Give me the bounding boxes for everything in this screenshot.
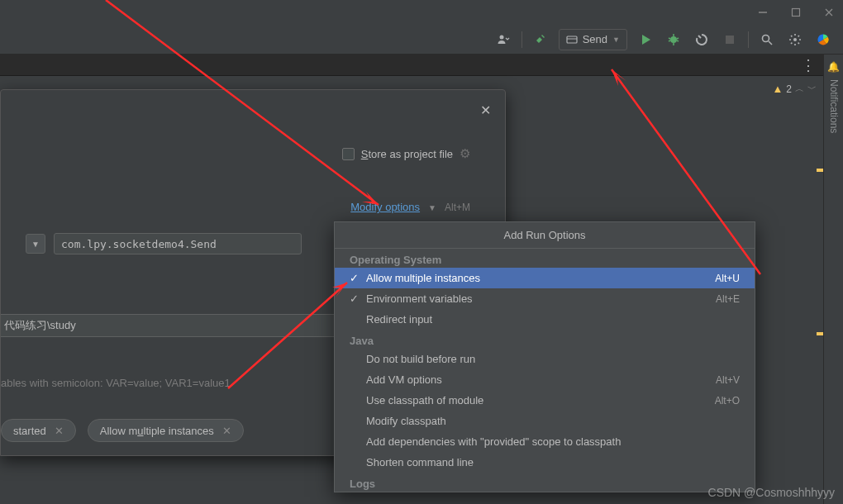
modify-options-shortcut: Alt+M [445,202,470,213]
chip-allow-multiple[interactable]: Allow multiple instances ✕ [88,419,244,442]
popup-item-label: Do not build before run [350,353,740,365]
module-selector-caret[interactable]: ▼ [26,234,45,254]
popup-item-use-classpath[interactable]: Use classpath of module Alt+O [335,390,755,411]
notifications-bell-icon[interactable]: 🔔 [827,61,840,73]
store-project-checkbox[interactable] [342,148,355,160]
window-maximize-button[interactable] [788,5,803,20]
more-actions-icon[interactable]: ⋮ [801,56,815,74]
user-dropdown-icon[interactable] [493,30,513,50]
svg-point-17 [793,38,797,41]
main-toolbar: Send ▼ [0,25,843,55]
chip-remove-icon[interactable]: ✕ [55,425,64,437]
popup-item-label: Modify classpath [350,415,740,427]
popup-item-shortcut: Alt+U [715,273,740,284]
popup-item-allow-multiple[interactable]: ✓ Allow multiple instances Alt+U [335,268,755,288]
inspection-summary[interactable]: ▲ 2 ︿ ﹀ [772,83,817,95]
svg-line-13 [677,40,679,41]
svg-line-12 [669,40,670,41]
check-icon: ✓ [350,292,366,305]
watermark: CSDN @Cosmoshhhyyy [708,486,835,499]
popup-item-label: Environment variables [366,292,716,305]
popup-item-shorten-cmd[interactable]: Shorten command line [335,452,755,473]
run-config-icon [566,34,578,45]
toolbar-separator [522,31,522,48]
popup-item-no-build[interactable]: Do not build before run [335,349,755,369]
window-minimize-button[interactable] [755,5,770,20]
svg-rect-14 [726,36,734,44]
popup-section-os: Operating System [335,249,755,268]
chip-remove-icon[interactable]: ✕ [222,425,231,437]
popup-item-redirect-input[interactable]: Redirect input [335,309,755,330]
gutter-mark[interactable] [817,332,823,335]
window-titlebar [0,0,843,25]
popup-item-shortcut: Alt+V [716,374,740,386]
popup-item-env-vars[interactable]: ✓ Environment variables Alt+E [335,288,755,309]
editor-tab-strip: ⋮ [0,55,823,76]
popup-item-modify-classpath[interactable]: Modify classpath [335,411,755,431]
svg-line-16 [769,41,772,45]
store-as-project-row: Store as project file ⚙ [1,146,485,161]
close-icon[interactable]: ✕ [477,102,493,118]
add-run-options-popup: Add Run Options Operating System ✓ Allow… [334,221,755,492]
popup-item-provided-scope[interactable]: Add dependencies with "provided" scope t… [335,431,755,452]
toolbar-separator [748,31,749,48]
build-hammer-icon[interactable] [531,30,550,50]
chevron-down-icon: ▼ [428,203,436,212]
run-button[interactable] [636,30,655,50]
svg-point-4 [499,35,503,39]
svg-point-7 [670,36,677,43]
popup-section-logs: Logs [335,473,755,492]
window-close-button[interactable] [822,5,836,20]
modify-options-row: Modify options ▼ Alt+M [1,201,485,213]
stop-button[interactable] [720,30,740,50]
gutter-mark[interactable] [817,169,823,172]
store-project-gear-icon[interactable]: ⚙ [460,146,470,161]
popup-item-shortcut: Alt+O [715,395,740,407]
popup-item-label: Redirect input [366,313,740,326]
run-config-label: Send [583,33,607,45]
search-icon[interactable] [757,30,777,50]
popup-section-java: Java [335,330,755,349]
svg-point-15 [763,35,769,41]
debug-button[interactable] [664,30,683,50]
popup-item-label: Use classpath of module [350,394,715,407]
prev-highlight-icon[interactable]: ﹀ [807,83,817,95]
svg-line-10 [669,38,670,39]
popup-item-vm-options[interactable]: Add VM options Alt+V [335,369,755,390]
modify-options-link[interactable]: Modify options [350,201,420,213]
chip-label: started [13,425,46,437]
notifications-label[interactable]: Notifications [828,79,840,133]
caret-down-icon: ▼ [612,36,620,44]
run-config-selector[interactable]: Send ▼ [559,29,627,50]
chip-started[interactable]: started ✕ [1,419,76,442]
coverage-button[interactable] [692,30,712,50]
popup-item-label: Shorten command line [350,456,740,468]
brand-icon[interactable] [813,30,833,50]
check-icon: ✓ [350,272,366,284]
chip-label: Allow multiple instances [100,425,214,437]
popup-title: Add Run Options [335,222,755,249]
warning-icon: ▲ [772,83,783,95]
popup-item-label: Add dependencies with "provided" scope t… [350,435,740,448]
next-highlight-icon[interactable]: ︿ [795,83,804,95]
right-gutter: 🔔 Notifications [823,55,843,504]
svg-line-11 [677,38,679,39]
main-class-field[interactable]: com.lpy.socketdemo4.Send [54,233,302,254]
svg-rect-5 [567,36,577,43]
settings-gear-icon[interactable] [785,30,805,50]
svg-rect-1 [793,9,800,17]
store-project-label: Store as project file [361,148,453,160]
popup-item-label: Allow multiple instances [366,272,715,284]
popup-item-label: Add VM options [350,373,716,386]
popup-item-shortcut: Alt+E [716,293,740,305]
warning-count: 2 [786,83,792,95]
